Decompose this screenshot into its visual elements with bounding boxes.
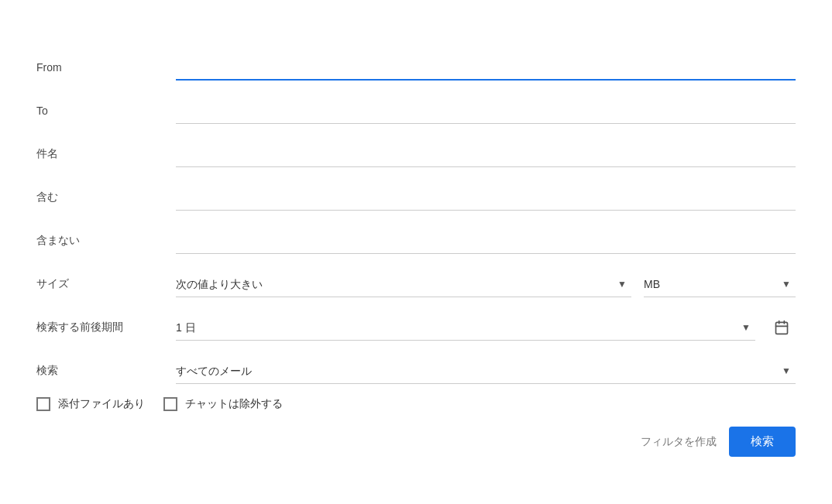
from-row: From <box>36 47 796 87</box>
has-input[interactable] <box>176 185 796 210</box>
no-chat-label: チャットは除外する <box>185 397 283 411</box>
no-chat-checkbox-item: チャットは除外する <box>163 397 283 411</box>
date-range-select[interactable]: 1 日 3 日 1 週間 2 週間 1 ヶ月 2 ヶ月 6 ヶ月 1 年 <box>176 315 755 340</box>
attachment-checkbox[interactable] <box>36 397 50 411</box>
date-controls: 1 日 3 日 1 週間 2 週間 1 ヶ月 2 ヶ月 6 ヶ月 1 年 ▼ <box>176 314 796 341</box>
search-form: From To 件名 含む 含まない サイズ <box>13 32 819 472</box>
size-operator-select[interactable]: 次の値より大きい 次の値より小さい <box>176 272 631 297</box>
attachment-label: 添付ファイルあり <box>58 397 145 411</box>
date-range-row: 検索する前後期間 1 日 3 日 1 週間 2 週間 1 ヶ月 2 ヶ月 6 ヶ… <box>36 307 796 348</box>
size-unit-select[interactable]: MB KB Bytes <box>644 272 796 297</box>
search-in-select[interactable]: すべてのメール 受信トレイ 送信済み 下書き <box>176 358 796 383</box>
footer-row: フィルタを作成 検索 <box>36 427 796 457</box>
not-has-input[interactable] <box>176 228 796 253</box>
subject-row: 件名 <box>36 134 796 174</box>
to-input[interactable] <box>176 98 796 123</box>
size-operator-wrap: 次の値より大きい 次の値より小さい ▼ <box>176 272 631 297</box>
subject-label: 件名 <box>36 147 176 161</box>
to-input-wrap <box>176 98 796 124</box>
has-label: 含む <box>36 190 176 204</box>
calendar-button[interactable] <box>768 314 796 341</box>
not-has-label: 含まない <box>36 234 176 248</box>
not-has-input-wrap <box>176 228 796 254</box>
search-button[interactable]: 検索 <box>729 427 796 457</box>
date-select-wrap: 1 日 3 日 1 週間 2 週間 1 ヶ月 2 ヶ月 6 ヶ月 1 年 ▼ <box>176 315 755 341</box>
search-in-row: 検索 すべてのメール 受信トレイ 送信済み 下書き ▼ <box>36 351 796 391</box>
size-row: サイズ 次の値より大きい 次の値より小さい ▼ MB KB Bytes ▼ <box>36 264 796 304</box>
from-label: From <box>36 61 176 74</box>
size-controls: 次の値より大きい 次の値より小さい ▼ MB KB Bytes ▼ <box>176 272 796 297</box>
search-in-select-wrap: すべてのメール 受信トレイ 送信済み 下書き ▼ <box>176 358 796 384</box>
not-has-row: 含まない <box>36 221 796 261</box>
calendar-icon <box>774 320 789 335</box>
to-label: To <box>36 105 176 117</box>
create-filter-button[interactable]: フィルタを作成 <box>641 435 717 449</box>
to-row: To <box>36 91 796 131</box>
size-label: サイズ <box>36 277 176 291</box>
svg-rect-0 <box>776 322 788 334</box>
size-unit-wrap: MB KB Bytes ▼ <box>644 272 796 297</box>
subject-input[interactable] <box>176 142 796 166</box>
checkbox-row: 添付ファイルあり チャットは除外する <box>36 397 796 411</box>
from-input[interactable] <box>176 54 796 79</box>
subject-input-wrap <box>176 142 796 167</box>
date-range-label: 検索する前後期間 <box>36 321 176 334</box>
has-row: 含む <box>36 177 796 218</box>
from-input-wrap <box>176 54 796 81</box>
has-input-wrap <box>176 185 796 211</box>
search-in-label: 検索 <box>36 364 176 378</box>
attachment-checkbox-item: 添付ファイルあり <box>36 397 145 411</box>
no-chat-checkbox[interactable] <box>163 397 177 411</box>
